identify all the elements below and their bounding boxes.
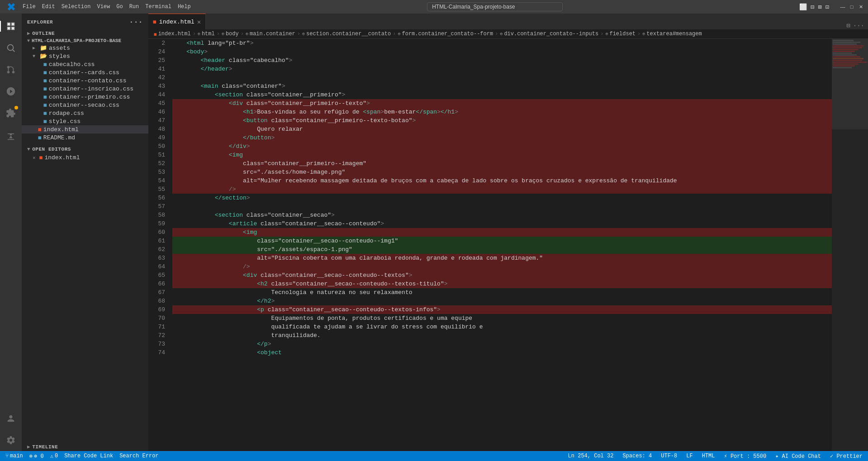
indent-item[interactable]: Spaces: 4 xyxy=(621,453,654,459)
tree-secao-css[interactable]: ◼ container--secao.css xyxy=(22,101,148,109)
layout-icon-2[interactable]: ⊟ xyxy=(811,3,814,11)
open-html-icon: ◼ xyxy=(39,154,43,161)
code-line: <object xyxy=(172,348,832,357)
tree-inscricao-css[interactable]: ◼ container--inscricao.css xyxy=(22,85,148,93)
tree-primeiro-css[interactable]: ◼ container--primeiro.css xyxy=(22,93,148,101)
bc-body[interactable]: ⊕ body xyxy=(222,31,239,37)
tree-readme[interactable]: ◼ README.md xyxy=(22,133,148,142)
menu-run[interactable]: Run xyxy=(129,4,139,10)
activity-debug[interactable] xyxy=(0,81,22,102)
minimap[interactable] xyxy=(832,39,868,451)
code-line: <h1>Boas-vindas ao seu refúgio de <span>… xyxy=(172,108,832,116)
code-content[interactable]: <html lang="pt-br"> <body> <header class… xyxy=(169,39,832,451)
tree-style-css[interactable]: ◼ style.css xyxy=(22,117,148,125)
menu-terminal[interactable]: Terminal xyxy=(145,4,171,10)
split-editor-icon[interactable]: ⊟ xyxy=(846,22,850,29)
ai-chat-item[interactable]: ✦ AI Code Chat xyxy=(773,453,823,460)
bc-sep-2: › xyxy=(241,31,244,37)
menu-selection[interactable]: Selection xyxy=(62,4,91,10)
secao-css-label: container--secao.css xyxy=(49,102,119,109)
layout-icon-4[interactable]: ⊡ xyxy=(825,3,829,11)
open-editor-index[interactable]: ✕ ◼ index.html xyxy=(22,153,148,162)
encoding-item[interactable]: UTF-8 xyxy=(659,453,679,459)
code-line: <body> xyxy=(172,48,832,56)
menu-help[interactable]: Help xyxy=(178,4,191,10)
maximize-button[interactable]: □ xyxy=(849,4,854,10)
warning-count: 0 xyxy=(55,453,58,459)
warning-icon: ⚠ xyxy=(50,453,53,460)
tree-index-html[interactable]: ◼ index.html xyxy=(22,125,148,133)
language-label: HTML xyxy=(702,453,715,459)
close-button[interactable]: ✕ xyxy=(858,4,863,10)
tab-html-icon: ◼ xyxy=(153,18,157,25)
outline-header[interactable]: ▶ OUTLINE xyxy=(22,29,148,38)
minimap-viewport[interactable] xyxy=(832,39,868,129)
errors-item[interactable]: ⊗ ⊗ 0 xyxy=(28,453,46,460)
tree-contato-css[interactable]: ◼ container--contato.css xyxy=(22,76,148,85)
share-link-item[interactable]: Share Code Link xyxy=(62,453,115,459)
bc-fieldset-symbol: ⊕ xyxy=(605,31,608,37)
prettier-item[interactable]: ✓ Prettier xyxy=(828,453,864,460)
css-icon-3: ◼ xyxy=(43,77,47,84)
activity-explorer[interactable] xyxy=(0,15,22,37)
bc-textarea-symbol: ⊕ xyxy=(642,31,645,37)
bc-section[interactable]: ⊕ section.container__contato xyxy=(302,31,391,37)
tree-rodape-css[interactable]: ◼ rodape.css xyxy=(22,109,148,117)
vscode-logo xyxy=(5,0,18,14)
bc-form[interactable]: ⊕ form.container_contato--form xyxy=(398,31,493,37)
tree-cabecalho-css[interactable]: ◼ cabecalho.css xyxy=(22,60,148,68)
bc-sep-4: › xyxy=(393,31,396,37)
inscricao-css-label: container--inscricao.css xyxy=(49,86,133,92)
cabecalho-css-label: cabecalho.css xyxy=(49,61,95,68)
bc-textarea[interactable]: ⊕ textarea#mensagem xyxy=(642,31,702,37)
title-search-input[interactable] xyxy=(427,2,563,11)
status-bar: ⑂ main ⊗ ⊗ 0 ⚠ 0 Share Code Link Search … xyxy=(0,451,868,461)
minimize-button[interactable]: — xyxy=(840,4,845,10)
activity-settings[interactable] xyxy=(0,429,22,451)
bc-html-symbol: ⊕ xyxy=(198,31,200,37)
cursor-position-item[interactable]: Ln 254, Col 32 xyxy=(566,453,616,459)
activity-test[interactable] xyxy=(0,126,22,147)
breadcrumb-file[interactable]: ◼ index.html xyxy=(154,31,191,37)
close-icon[interactable]: ✕ xyxy=(33,155,36,161)
tab-index-html[interactable]: ◼ index.html ✕ xyxy=(148,14,206,29)
menu-bar[interactable]: File Edit Selection View Go Run Terminal… xyxy=(23,4,191,10)
project-root[interactable]: ▼ HTML-CALMARIA_SPA-PROJETO-BASE xyxy=(22,38,148,44)
eol-item[interactable]: LF xyxy=(684,453,694,459)
tree-styles[interactable]: ▼ 📂 styles xyxy=(22,52,148,60)
tab-close-button[interactable]: ✕ xyxy=(197,18,201,26)
more-actions-icon[interactable]: ··· xyxy=(853,22,864,29)
activity-git[interactable] xyxy=(0,59,22,81)
bc-main[interactable]: ⊕ main.container xyxy=(246,31,295,37)
activity-search[interactable] xyxy=(0,37,22,59)
activity-extensions[interactable] xyxy=(0,102,22,124)
menu-go[interactable]: Go xyxy=(116,4,123,10)
status-right: Ln 254, Col 32 Spaces: 4 UTF-8 LF HTML ⚡… xyxy=(566,453,864,460)
menu-view[interactable]: View xyxy=(97,4,110,10)
css-icon-8: ◼ xyxy=(43,118,47,125)
menu-edit[interactable]: Edit xyxy=(42,4,55,10)
layout-icon-3[interactable]: ⊞ xyxy=(818,3,821,11)
layout-icon-1[interactable]: ⬜ xyxy=(799,3,807,11)
git-branch-item[interactable]: ⑂ main xyxy=(4,453,25,459)
sidebar-menu-button[interactable]: ··· xyxy=(129,18,143,26)
bc-main-symbol: ⊕ xyxy=(246,31,248,37)
code-line: src="./assets/espaco-1.png" xyxy=(172,245,832,254)
css-icon-7: ◼ xyxy=(43,109,47,117)
menu-file[interactable]: File xyxy=(23,4,36,10)
bc-sep-0: › xyxy=(193,31,196,37)
bc-fieldset[interactable]: ⊕ fieldset xyxy=(605,31,636,37)
live-server-item[interactable]: ⚡ Port : 5500 xyxy=(722,453,768,460)
timeline-header[interactable]: ▶ TIMELINE xyxy=(22,442,148,451)
warnings-item[interactable]: ⚠ 0 xyxy=(48,453,60,460)
tree-cards-css[interactable]: ◼ container--cards.css xyxy=(22,68,148,76)
code-line: </header> xyxy=(172,65,832,73)
language-item[interactable]: HTML xyxy=(700,453,717,459)
code-editor[interactable]: 2242541424344454647484950515253545556575… xyxy=(148,39,868,451)
search-error-item[interactable]: Search Error xyxy=(118,453,160,459)
tree-assets[interactable]: ▶ 📁 assets xyxy=(22,44,148,52)
activity-accounts[interactable] xyxy=(0,408,22,429)
open-editors-header[interactable]: ▼ OPEN EDITORS xyxy=(22,145,148,153)
bc-div[interactable]: ⊕ div.container_contato--inputs xyxy=(500,31,598,37)
bc-html[interactable]: ⊕ html xyxy=(198,31,215,37)
